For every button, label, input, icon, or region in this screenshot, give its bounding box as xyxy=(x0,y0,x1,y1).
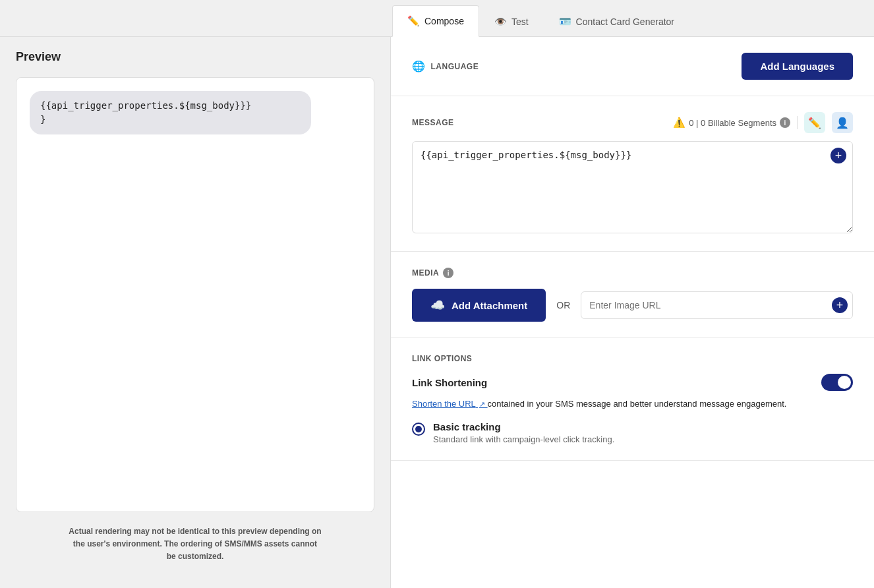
segments-text: 0 | 0 Billable Segments xyxy=(689,118,776,128)
compose-icon: ✏️ xyxy=(407,15,420,27)
media-header: MEDIA i xyxy=(412,268,853,278)
language-label: 🌐 LANGUAGE xyxy=(412,60,479,73)
basic-tracking-radio[interactable] xyxy=(412,423,425,436)
warning-icon: ⚠️ xyxy=(673,117,685,129)
link-shortening-toggle[interactable] xyxy=(821,374,853,391)
add-attachment-button[interactable]: ☁️ Add Attachment xyxy=(412,289,546,322)
top-nav: ✏️ Compose 👁️ Test 🪪 Contact Card Genera… xyxy=(0,0,874,37)
preview-title: Preview xyxy=(16,50,374,64)
message-add-button[interactable]: + xyxy=(830,148,846,163)
tab-contact-card[interactable]: 🪪 Contact Card Generator xyxy=(544,6,689,37)
add-languages-button[interactable]: Add Languages xyxy=(742,53,853,80)
compose-panel: 🌐 LANGUAGE Add Languages MESSAGE ⚠️ 0 | … xyxy=(391,37,874,588)
image-url-input[interactable] xyxy=(581,291,853,319)
link-shortening-title: Link Shortening xyxy=(412,377,487,388)
message-label: MESSAGE xyxy=(412,118,454,127)
main-layout: Preview {{api_trigger_properties.${msg_b… xyxy=(0,37,874,588)
tab-test[interactable]: 👁️ Test xyxy=(479,6,544,37)
segment-info: ⚠️ 0 | 0 Billable Segments i xyxy=(673,117,790,129)
link-options-section: LINK OPTIONS Link Shortening Shorten the… xyxy=(391,338,874,461)
preview-disclaimer: Actual rendering may not be identical to… xyxy=(16,525,374,564)
tab-compose[interactable]: ✏️ Compose xyxy=(392,5,479,37)
toggle-slider xyxy=(821,374,853,391)
shorten-url-link[interactable]: Shorten the URL ↗ xyxy=(412,399,488,409)
image-url-add-button[interactable]: + xyxy=(832,297,848,313)
shorten-url-link-text: Shorten the URL xyxy=(412,399,475,409)
edit-icon-button[interactable]: ✏️ xyxy=(804,112,825,133)
media-section: MEDIA i ☁️ Add Attachment OR + xyxy=(391,252,874,338)
segments-info-icon[interactable]: i xyxy=(780,117,790,128)
tracking-row: Basic tracking Standard link with campai… xyxy=(412,421,853,444)
upload-icon: ☁️ xyxy=(430,298,445,312)
media-row: ☁️ Add Attachment OR + xyxy=(412,289,853,322)
preview-panel: Preview {{api_trigger_properties.${msg_b… xyxy=(0,37,391,588)
contact-card-tab-label: Contact Card Generator xyxy=(576,16,674,27)
external-link-icon: ↗ xyxy=(479,400,485,408)
language-section: 🌐 LANGUAGE Add Languages xyxy=(391,37,874,96)
contact-card-icon: 🪪 xyxy=(559,16,571,28)
preview-phone-area: {{api_trigger_properties.${msg_body}}}} xyxy=(16,77,374,512)
add-user-icon-button[interactable]: 👤 xyxy=(832,112,853,133)
image-url-wrapper: + xyxy=(581,291,853,319)
test-tab-label: Test xyxy=(511,16,529,27)
globe-icon: 🌐 xyxy=(412,60,426,73)
link-options-label: LINK OPTIONS xyxy=(412,354,853,363)
message-textarea[interactable]: {{api_trigger_properties.${msg_body}}} xyxy=(412,141,853,233)
message-controls: ⚠️ 0 | 0 Billable Segments i ✏️ 👤 xyxy=(673,112,853,133)
radio-inner xyxy=(415,426,422,432)
basic-tracking-desc: Standard link with campaign-level click … xyxy=(433,434,614,444)
basic-tracking-title: Basic tracking xyxy=(433,421,614,432)
test-icon: 👁️ xyxy=(494,16,507,28)
media-label: MEDIA xyxy=(412,268,439,278)
compose-tab-label: Compose xyxy=(424,16,464,26)
message-section: MESSAGE ⚠️ 0 | 0 Billable Segments i ✏️ … xyxy=(391,96,874,252)
link-shortening-row: Link Shortening xyxy=(412,374,853,391)
media-info-icon[interactable]: i xyxy=(443,268,453,278)
preview-message-bubble: {{api_trigger_properties.${msg_body}}}} xyxy=(30,91,311,134)
shorten-url-description: contained in your SMS message and better… xyxy=(488,399,787,409)
shorten-url-text: Shorten the URL ↗ contained in your SMS … xyxy=(412,397,853,411)
or-text: OR xyxy=(556,300,570,310)
message-section-header: MESSAGE ⚠️ 0 | 0 Billable Segments i ✏️ … xyxy=(412,112,853,133)
message-textarea-wrapper: {{api_trigger_properties.${msg_body}}} + xyxy=(412,141,853,235)
tracking-content: Basic tracking Standard link with campai… xyxy=(433,421,614,444)
divider xyxy=(797,116,798,129)
language-label-text: LANGUAGE xyxy=(431,62,479,71)
add-attachment-label: Add Attachment xyxy=(452,300,527,311)
